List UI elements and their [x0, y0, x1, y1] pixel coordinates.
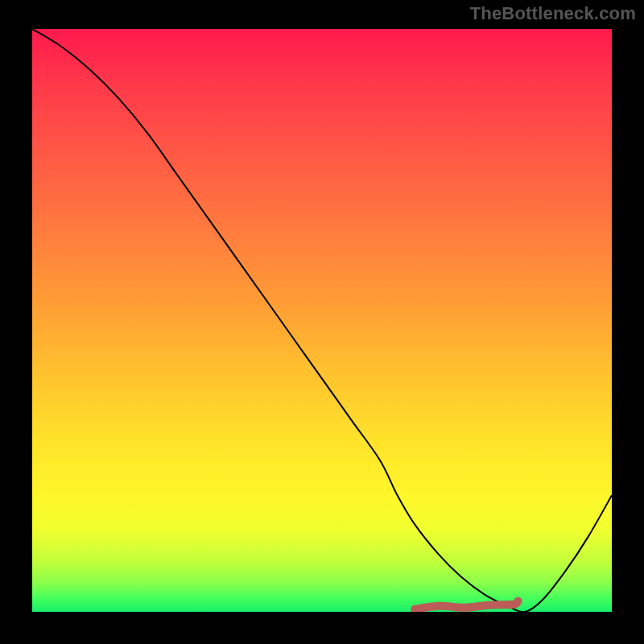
plot-area	[32, 29, 612, 612]
optimal-range-marker	[415, 601, 518, 609]
chart-svg	[32, 29, 612, 612]
attribution-label: TheBottleneck.com	[470, 3, 636, 24]
bottleneck-curve	[32, 29, 612, 612]
chart-frame: TheBottleneck.com	[0, 0, 644, 644]
